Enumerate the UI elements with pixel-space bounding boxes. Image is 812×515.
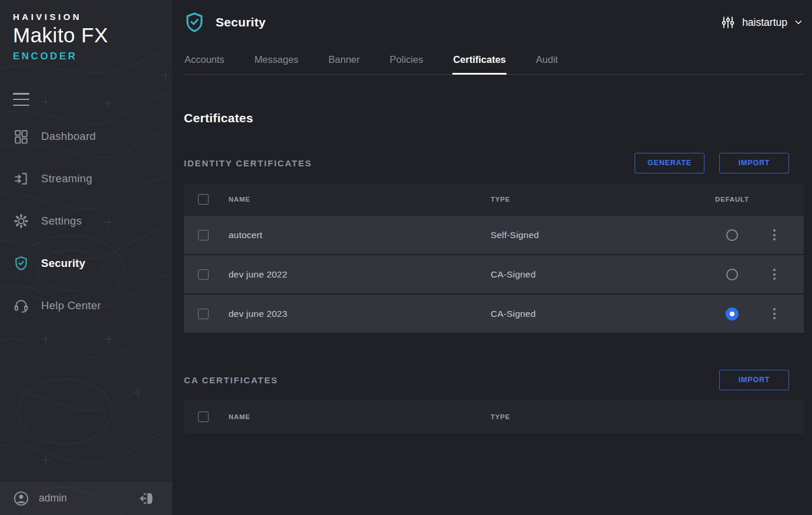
sliders-icon xyxy=(721,15,735,29)
tab-audit[interactable]: Audit xyxy=(535,45,559,74)
certificate-type: CA-Signed xyxy=(491,269,712,280)
sidebar-nav: Dashboard Streaming xyxy=(0,93,172,335)
brand-company: HAIVISION xyxy=(13,12,172,22)
row-checkbox[interactable] xyxy=(198,309,209,319)
sidebar-item-settings[interactable]: Settings xyxy=(13,208,172,234)
gear-icon xyxy=(13,213,29,229)
menu-collapse-button[interactable] xyxy=(13,93,29,106)
row-menu-kebab-icon[interactable] xyxy=(771,227,778,243)
select-all-checkbox[interactable] xyxy=(198,194,209,205)
import-identity-button[interactable]: IMPORT xyxy=(719,153,789,173)
row-checkbox[interactable] xyxy=(198,269,209,280)
table-header-row: NAME TYPE DEFAULT xyxy=(184,183,804,215)
chevron-down-icon xyxy=(793,17,804,28)
sidebar-item-label: Settings xyxy=(41,215,82,228)
brand-product: Makito FX xyxy=(13,24,172,47)
sidebar: HAIVISION Makito FX ENCODER Dash xyxy=(0,0,172,515)
ca-certificates-title: CA CERTIFICATES xyxy=(184,375,278,385)
certificate-name: autocert xyxy=(229,230,491,240)
tab-certificates[interactable]: Certificates xyxy=(452,45,506,74)
column-header-type: TYPE xyxy=(491,413,712,420)
sidebar-user-bar: admin xyxy=(0,481,172,515)
certificate-type: CA-Signed xyxy=(491,309,712,319)
sidebar-item-label: Help Center xyxy=(41,299,101,312)
headset-icon xyxy=(13,297,29,314)
sidebar-item-streaming[interactable]: Streaming xyxy=(13,166,172,192)
account-menu[interactable]: haistartup xyxy=(721,15,804,29)
certificate-type: Self-Signed xyxy=(491,230,712,240)
default-radio[interactable] xyxy=(726,229,738,241)
security-shield-icon xyxy=(184,11,205,34)
table-header-row: NAME TYPE xyxy=(184,400,804,434)
shield-check-icon xyxy=(13,255,29,272)
logged-in-user: admin xyxy=(39,492,67,504)
page-header: Security haistartup xyxy=(184,0,804,45)
tab-accounts[interactable]: Accounts xyxy=(184,45,225,74)
sidebar-item-security[interactable]: Security xyxy=(13,250,172,276)
column-header-type: TYPE xyxy=(491,196,712,203)
default-radio[interactable] xyxy=(726,307,739,320)
streaming-icon xyxy=(13,170,29,187)
sidebar-item-label: Dashboard xyxy=(41,130,96,143)
main-content: Security haistartup Accounts Messages xyxy=(172,0,812,515)
brand-logo: HAIVISION Makito FX ENCODER xyxy=(0,0,172,62)
row-menu-kebab-icon[interactable] xyxy=(771,306,778,322)
select-all-checkbox[interactable] xyxy=(198,412,209,422)
certificate-name: dev june 2023 xyxy=(229,309,491,319)
table-row: dev june 2023 CA-Signed xyxy=(184,295,804,333)
row-checkbox[interactable] xyxy=(198,230,209,240)
app-window: HAIVISION Makito FX ENCODER Dash xyxy=(0,0,812,515)
identity-certificates-title: IDENTITY CERTIFICATES xyxy=(184,158,312,168)
user-avatar-icon xyxy=(13,490,29,507)
tab-policies[interactable]: Policies xyxy=(389,45,424,74)
sidebar-item-label: Streaming xyxy=(41,172,92,185)
account-name: haistartup xyxy=(742,16,787,29)
sidebar-item-help-center[interactable]: Help Center xyxy=(13,293,172,319)
column-header-name: NAME xyxy=(229,196,491,203)
table-row: dev june 2022 CA-Signed xyxy=(184,255,804,293)
ca-certificates-header: CA CERTIFICATES IMPORT xyxy=(184,369,804,390)
ca-certificates-table: NAME TYPE xyxy=(184,400,804,434)
panel-title: Certificates xyxy=(184,111,804,125)
generate-button[interactable]: GENERATE xyxy=(635,153,704,173)
brand-subtitle: ENCODER xyxy=(13,51,172,62)
identity-certificates-table: NAME TYPE DEFAULT autocert Self-Signed d… xyxy=(184,183,804,333)
logout-icon[interactable] xyxy=(138,490,155,507)
tab-messages[interactable]: Messages xyxy=(254,45,299,74)
sidebar-item-label: Security xyxy=(41,257,85,270)
default-radio[interactable] xyxy=(726,269,738,280)
column-header-name: NAME xyxy=(229,413,491,420)
certificate-name: dev june 2022 xyxy=(229,269,491,280)
dashboard-grid-icon xyxy=(13,128,29,145)
security-tabs: Accounts Messages Banner Policies Certif… xyxy=(184,45,804,75)
row-menu-kebab-icon[interactable] xyxy=(771,266,778,282)
column-header-default: DEFAULT xyxy=(712,196,753,203)
page-title: Security xyxy=(216,15,266,29)
tab-banner[interactable]: Banner xyxy=(328,45,360,74)
import-ca-button[interactable]: IMPORT xyxy=(719,370,789,390)
identity-certificates-header: IDENTITY CERTIFICATES GENERATE IMPORT xyxy=(184,152,804,173)
table-row: autocert Self-Signed xyxy=(184,216,804,254)
sidebar-item-dashboard[interactable]: Dashboard xyxy=(13,123,172,149)
certificates-panel: Certificates IDENTITY CERTIFICATES GENER… xyxy=(184,75,804,515)
